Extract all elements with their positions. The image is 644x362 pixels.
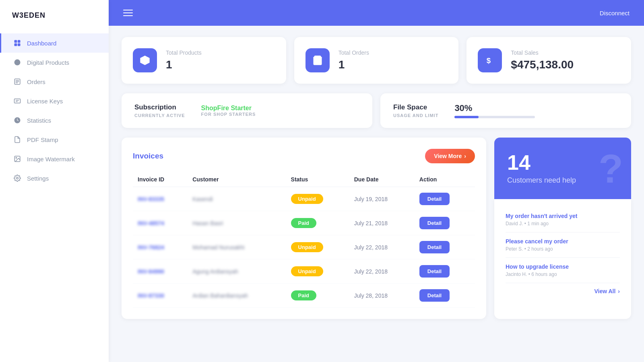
sidebar-item-pdf-stamp-label: PDF Stamp	[27, 136, 58, 143]
sidebar-item-dashboard[interactable]: Dashboard	[0, 33, 109, 53]
main-content: Total Products 1 Total Orders 1 $	[109, 26, 644, 362]
disconnect-button[interactable]: Disconnect	[600, 10, 630, 16]
sidebar-item-statistics-label: Statistics	[27, 117, 51, 124]
svg-point-11	[17, 177, 19, 179]
subscription-value: ShopFire Starter	[201, 105, 256, 112]
dashboard-icon	[13, 39, 21, 47]
progress-bar	[454, 116, 535, 118]
statistics-icon	[13, 116, 21, 124]
table-row: INV-87330 Ardian Bahardiansyah Paid July…	[133, 284, 475, 308]
total-sales-value: $475,138.00	[511, 58, 574, 71]
status-cell: Unpaid	[286, 187, 349, 211]
action-cell: Detail	[415, 211, 475, 235]
status-cell: Paid	[286, 284, 349, 308]
support-item-meta: David J. • 1 min ago	[506, 221, 620, 226]
license-keys-icon	[13, 97, 21, 105]
svg-text:$: $	[487, 56, 491, 65]
col-due-date: Due Date	[349, 172, 415, 187]
support-item-meta: Peter S. • 2 hours ago	[506, 246, 620, 252]
invoice-id-cell: INV-87330	[133, 284, 188, 308]
support-item-title[interactable]: Please cancel my order	[506, 238, 620, 245]
action-cell: Detail	[415, 284, 475, 308]
sidebar-item-digital-products[interactable]: Digital Products	[0, 53, 109, 72]
view-more-label: View More	[434, 153, 462, 159]
total-products-value: 1	[166, 58, 202, 71]
invoice-id-cell: INV-48574	[133, 211, 188, 235]
svg-rect-7	[14, 99, 21, 103]
svg-rect-2	[14, 43, 17, 46]
subscription-for: FOR SHOP STARTERS	[201, 112, 256, 117]
header: Disconnect	[109, 0, 644, 26]
support-list: My order hasn't arrived yet David J. • 1…	[494, 199, 631, 319]
total-orders-label: Total Orders	[339, 49, 369, 56]
detail-button[interactable]: Detail	[419, 289, 450, 302]
support-item: How to upgrade license Jacinto H. • 6 ho…	[506, 258, 620, 283]
invoice-id-cell: INV-84990	[133, 259, 188, 284]
col-status: Status	[286, 172, 349, 187]
view-more-button[interactable]: View More ›	[425, 149, 475, 163]
sidebar-item-orders[interactable]: Orders	[0, 72, 109, 91]
status-cell: Unpaid	[286, 235, 349, 259]
stat-card-orders: Total Orders 1	[294, 37, 459, 84]
hamburger-menu[interactable]	[123, 10, 133, 16]
invoices-title: Invoices	[133, 152, 163, 160]
sidebar-item-image-watermark-label: Image Watermark	[27, 156, 75, 162]
svg-rect-1	[18, 40, 21, 43]
filespace-percent: 30%	[454, 103, 535, 113]
sidebar-item-settings-label: Settings	[27, 175, 49, 182]
sidebar-item-statistics[interactable]: Statistics	[0, 111, 109, 130]
invoices-panel: Invoices View More › Invoice ID Customer…	[122, 138, 486, 319]
support-item-title[interactable]: My order hasn't arrived yet	[506, 213, 620, 219]
orders-icon	[13, 78, 21, 86]
svg-point-5	[16, 61, 19, 64]
orders-stat-icon	[305, 48, 330, 72]
view-all-link[interactable]: View All›	[506, 283, 620, 294]
col-action: Action	[415, 172, 475, 187]
subscription-subtitle: CURRENTLY ACTIVE	[134, 113, 185, 118]
sidebar-item-license-keys[interactable]: License Keys	[0, 91, 109, 111]
sidebar-item-dashboard-label: Dashboard	[27, 40, 56, 47]
customer-cell: Mohamad Nurusakhi	[188, 235, 286, 259]
invoice-table: Invoice ID Customer Status Due Date Acti…	[133, 172, 475, 308]
sidebar-nav: Dashboard Digital Products Orders Licens…	[0, 29, 109, 192]
col-customer: Customer	[188, 172, 286, 187]
invoices-header: Invoices View More ›	[133, 149, 475, 163]
table-row: INV-83335 Kasendi Unpaid July 19, 2018 D…	[133, 187, 475, 211]
sidebar-item-pdf-stamp[interactable]: PDF Stamp	[0, 130, 109, 149]
customer-cell: Ardian Bahardiansyah	[188, 284, 286, 308]
products-icon	[133, 48, 157, 72]
chevron-right-icon: ›	[618, 288, 620, 294]
sidebar-item-settings[interactable]: Settings	[0, 169, 109, 188]
svg-rect-3	[18, 43, 21, 46]
help-card: 14 Customers need help ?	[494, 138, 631, 199]
svg-rect-0	[14, 40, 17, 43]
due-date-cell: July 21, 2018	[349, 211, 415, 235]
detail-button[interactable]: Detail	[419, 217, 450, 229]
detail-button[interactable]: Detail	[419, 193, 450, 205]
detail-button[interactable]: Detail	[419, 265, 450, 278]
subscription-title: Subscription	[134, 103, 185, 111]
support-item: My order hasn't arrived yet David J. • 1…	[506, 207, 620, 232]
svg-point-10	[16, 157, 17, 158]
sales-stat-icon: $	[478, 48, 502, 72]
digital-products-icon	[13, 58, 21, 66]
customer-cell: Kasendi	[188, 187, 286, 211]
sidebar-item-license-keys-label: License Keys	[27, 98, 63, 105]
support-item-meta: Jacinto H. • 6 hours ago	[506, 272, 620, 277]
sidebar-item-image-watermark[interactable]: Image Watermark	[0, 149, 109, 169]
stat-card-products: Total Products 1	[122, 37, 286, 84]
right-panel: 14 Customers need help ? My order hasn't…	[494, 138, 631, 319]
status-cell: Unpaid	[286, 259, 349, 284]
support-item-title[interactable]: How to upgrade license	[506, 263, 620, 270]
lower-row: Invoices View More › Invoice ID Customer…	[122, 138, 631, 319]
status-cell: Paid	[286, 211, 349, 235]
stats-row: Total Products 1 Total Orders 1 $	[122, 37, 631, 84]
chevron-right-icon: ›	[464, 153, 466, 159]
table-row: INV-76824 Mohamad Nurusakhi Unpaid July …	[133, 235, 475, 259]
filespace-card: File Space USAGE AND LIMIT 30%	[380, 93, 631, 128]
detail-button[interactable]: Detail	[419, 241, 450, 253]
settings-icon	[13, 174, 21, 182]
total-sales-label: Total Sales	[511, 49, 574, 56]
main-area: Disconnect Total Products 1 T	[109, 0, 644, 362]
action-cell: Detail	[415, 259, 475, 284]
